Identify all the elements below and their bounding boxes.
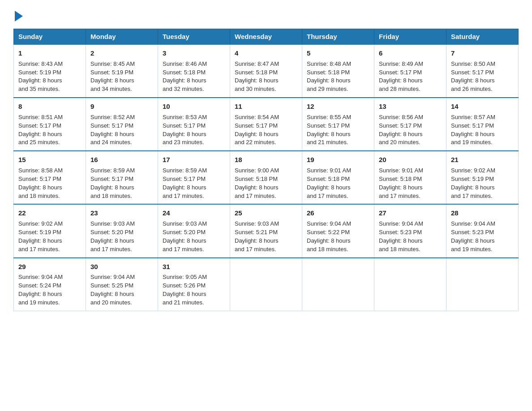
day-info: Sunrise: 8:48 AMSunset: 5:18 PMDaylight:…	[307, 60, 369, 94]
calendar-week-row: 1Sunrise: 8:43 AMSunset: 5:19 PMDaylight…	[14, 44, 519, 98]
day-number: 19	[307, 155, 369, 165]
calendar-day-cell: 22Sunrise: 9:02 AMSunset: 5:19 PMDayligh…	[14, 204, 86, 257]
calendar-day-cell: 21Sunrise: 9:02 AMSunset: 5:19 PMDayligh…	[446, 151, 519, 204]
calendar-day-cell: 28Sunrise: 9:04 AMSunset: 5:23 PMDayligh…	[446, 204, 519, 257]
day-info: Sunrise: 9:02 AMSunset: 5:19 PMDaylight:…	[451, 167, 514, 200]
day-info: Sunrise: 9:05 AMSunset: 5:26 PMDaylight:…	[163, 273, 225, 307]
header-friday: Friday	[374, 29, 446, 45]
day-info: Sunrise: 9:01 AMSunset: 5:18 PMDaylight:…	[379, 167, 442, 200]
calendar-day-cell: 18Sunrise: 9:00 AMSunset: 5:18 PMDayligh…	[230, 151, 302, 204]
day-number: 3	[163, 48, 225, 58]
calendar-day-cell: 16Sunrise: 8:59 AMSunset: 5:17 PMDayligh…	[86, 151, 158, 204]
day-info: Sunrise: 8:43 AMSunset: 5:19 PMDaylight:…	[18, 60, 81, 94]
day-number: 1	[18, 48, 81, 58]
day-info: Sunrise: 8:45 AMSunset: 5:19 PMDaylight:…	[90, 60, 153, 94]
day-number: 31	[163, 262, 225, 272]
day-info: Sunrise: 9:03 AMSunset: 5:21 PMDaylight:…	[235, 220, 297, 253]
day-number: 8	[18, 102, 81, 111]
calendar-day-cell: 5Sunrise: 8:48 AMSunset: 5:18 PMDaylight…	[302, 44, 374, 98]
logo	[13, 9, 23, 20]
day-info: Sunrise: 9:04 AMSunset: 5:22 PMDaylight:…	[307, 220, 369, 253]
calendar-day-cell: 14Sunrise: 8:57 AMSunset: 5:17 PMDayligh…	[446, 98, 519, 151]
day-info: Sunrise: 9:04 AMSunset: 5:25 PMDaylight:…	[90, 273, 153, 307]
day-number: 16	[90, 155, 153, 165]
day-number: 2	[90, 48, 153, 58]
day-number: 5	[307, 48, 369, 58]
day-info: Sunrise: 9:00 AMSunset: 5:18 PMDaylight:…	[235, 167, 297, 200]
day-info: Sunrise: 9:04 AMSunset: 5:24 PMDaylight:…	[18, 273, 81, 307]
day-info: Sunrise: 8:47 AMSunset: 5:18 PMDaylight:…	[235, 60, 297, 94]
calendar-day-cell: 26Sunrise: 9:04 AMSunset: 5:22 PMDayligh…	[302, 204, 374, 257]
calendar-week-row: 15Sunrise: 8:58 AMSunset: 5:17 PMDayligh…	[14, 151, 519, 204]
day-number: 24	[163, 208, 225, 218]
calendar-day-cell: 20Sunrise: 9:01 AMSunset: 5:18 PMDayligh…	[374, 151, 446, 204]
day-info: Sunrise: 8:53 AMSunset: 5:17 PMDaylight:…	[163, 113, 225, 147]
calendar-empty-cell	[374, 258, 446, 311]
day-number: 21	[451, 155, 514, 165]
calendar-week-row: 8Sunrise: 8:51 AMSunset: 5:17 PMDaylight…	[14, 98, 519, 151]
day-info: Sunrise: 8:55 AMSunset: 5:17 PMDaylight:…	[307, 113, 369, 147]
calendar-week-row: 29Sunrise: 9:04 AMSunset: 5:24 PMDayligh…	[14, 258, 519, 311]
day-number: 6	[379, 48, 442, 58]
header-monday: Monday	[86, 29, 158, 45]
calendar-day-cell: 1Sunrise: 8:43 AMSunset: 5:19 PMDaylight…	[14, 44, 86, 98]
header-sunday: Sunday	[14, 29, 86, 45]
day-info: Sunrise: 8:58 AMSunset: 5:17 PMDaylight:…	[18, 167, 81, 200]
day-number: 4	[235, 48, 297, 58]
day-info: Sunrise: 8:51 AMSunset: 5:17 PMDaylight:…	[18, 113, 81, 147]
day-number: 14	[451, 102, 514, 111]
calendar-day-cell: 12Sunrise: 8:55 AMSunset: 5:17 PMDayligh…	[302, 98, 374, 151]
day-info: Sunrise: 8:56 AMSunset: 5:17 PMDaylight:…	[379, 113, 442, 147]
day-number: 9	[90, 102, 153, 111]
day-number: 30	[90, 262, 153, 272]
day-number: 11	[235, 102, 297, 111]
day-number: 28	[451, 208, 514, 218]
header-thursday: Thursday	[302, 29, 374, 45]
day-number: 25	[235, 208, 297, 218]
calendar-day-cell: 25Sunrise: 9:03 AMSunset: 5:21 PMDayligh…	[230, 204, 302, 257]
calendar-header-row: SundayMondayTuesdayWednesdayThursdayFrid…	[14, 29, 519, 45]
day-number: 13	[379, 102, 442, 111]
calendar-day-cell: 8Sunrise: 8:51 AMSunset: 5:17 PMDaylight…	[14, 98, 86, 151]
day-number: 20	[379, 155, 442, 165]
day-number: 10	[163, 102, 225, 111]
calendar-day-cell: 15Sunrise: 8:58 AMSunset: 5:17 PMDayligh…	[14, 151, 86, 204]
calendar-day-cell: 24Sunrise: 9:03 AMSunset: 5:20 PMDayligh…	[158, 204, 230, 257]
calendar-day-cell: 11Sunrise: 8:54 AMSunset: 5:17 PMDayligh…	[230, 98, 302, 151]
day-number: 22	[18, 208, 81, 218]
calendar-day-cell: 27Sunrise: 9:04 AMSunset: 5:23 PMDayligh…	[374, 204, 446, 257]
header-wednesday: Wednesday	[230, 29, 302, 45]
calendar-empty-cell	[230, 258, 302, 311]
day-info: Sunrise: 8:59 AMSunset: 5:17 PMDaylight:…	[163, 167, 225, 200]
day-number: 15	[18, 155, 81, 165]
day-info: Sunrise: 8:49 AMSunset: 5:17 PMDaylight:…	[379, 60, 442, 94]
day-info: Sunrise: 9:04 AMSunset: 5:23 PMDaylight:…	[451, 220, 514, 253]
calendar-table: SundayMondayTuesdayWednesdayThursdayFrid…	[13, 29, 519, 311]
calendar-day-cell: 6Sunrise: 8:49 AMSunset: 5:17 PMDaylight…	[374, 44, 446, 98]
day-info: Sunrise: 8:59 AMSunset: 5:17 PMDaylight:…	[90, 167, 153, 200]
calendar-day-cell: 30Sunrise: 9:04 AMSunset: 5:25 PMDayligh…	[86, 258, 158, 311]
page-header	[13, 9, 519, 20]
calendar-day-cell: 10Sunrise: 8:53 AMSunset: 5:17 PMDayligh…	[158, 98, 230, 151]
calendar-day-cell: 3Sunrise: 8:46 AMSunset: 5:18 PMDaylight…	[158, 44, 230, 98]
calendar-week-row: 22Sunrise: 9:02 AMSunset: 5:19 PMDayligh…	[14, 204, 519, 257]
header-saturday: Saturday	[446, 29, 519, 45]
day-info: Sunrise: 8:57 AMSunset: 5:17 PMDaylight:…	[451, 113, 514, 147]
calendar-day-cell: 19Sunrise: 9:01 AMSunset: 5:18 PMDayligh…	[302, 151, 374, 204]
day-number: 29	[18, 262, 81, 272]
day-info: Sunrise: 9:04 AMSunset: 5:23 PMDaylight:…	[379, 220, 442, 253]
day-number: 12	[307, 102, 369, 111]
calendar-day-cell: 31Sunrise: 9:05 AMSunset: 5:26 PMDayligh…	[158, 258, 230, 311]
calendar-day-cell: 4Sunrise: 8:47 AMSunset: 5:18 PMDaylight…	[230, 44, 302, 98]
calendar-day-cell: 17Sunrise: 8:59 AMSunset: 5:17 PMDayligh…	[158, 151, 230, 204]
day-number: 26	[307, 208, 369, 218]
calendar-day-cell: 2Sunrise: 8:45 AMSunset: 5:19 PMDaylight…	[86, 44, 158, 98]
day-number: 18	[235, 155, 297, 165]
day-number: 27	[379, 208, 442, 218]
calendar-empty-cell	[446, 258, 519, 311]
day-info: Sunrise: 8:46 AMSunset: 5:18 PMDaylight:…	[163, 60, 225, 94]
logo-arrow-icon	[15, 11, 23, 21]
calendar-empty-cell	[302, 258, 374, 311]
day-number: 17	[163, 155, 225, 165]
calendar-day-cell: 23Sunrise: 9:03 AMSunset: 5:20 PMDayligh…	[86, 204, 158, 257]
